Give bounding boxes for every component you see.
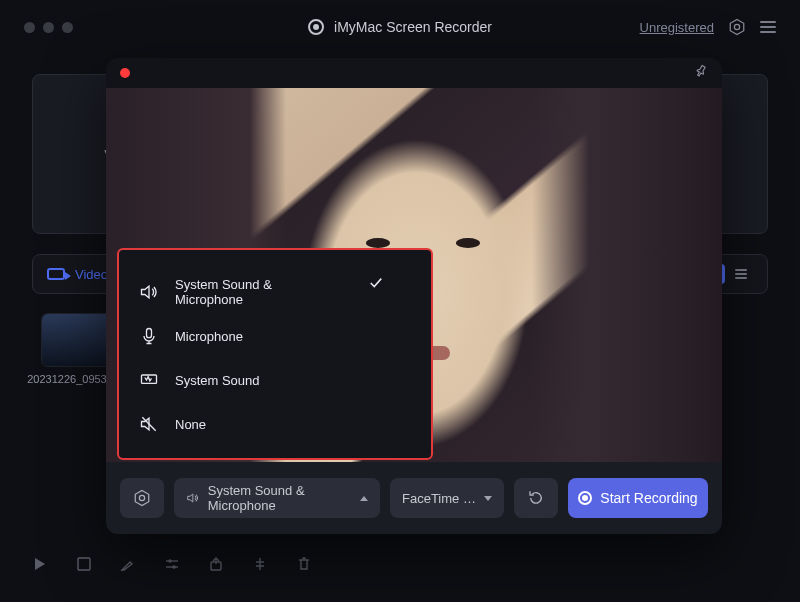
audio-source-menu: System Sound & Microphone Microphone Sys… <box>119 250 431 458</box>
delete-icon[interactable] <box>296 556 312 572</box>
zoom-window-button[interactable] <box>62 22 73 33</box>
library-tab-video[interactable]: Video <box>75 267 108 282</box>
check-icon <box>369 276 383 290</box>
window-controls <box>24 22 73 33</box>
svg-marker-2 <box>35 558 45 570</box>
camera-source-label: FaceTime … <box>402 491 476 506</box>
close-modal-button[interactable] <box>120 68 130 78</box>
modal-titlebar <box>106 58 722 88</box>
recorder-settings-button[interactable] <box>120 478 164 518</box>
bottom-toolbar <box>32 556 312 572</box>
svg-point-7 <box>172 565 176 569</box>
audio-option-microphone[interactable]: Microphone <box>119 314 321 358</box>
svg-marker-0 <box>730 20 744 35</box>
annotate-icon[interactable] <box>120 556 136 572</box>
audio-option-label: None <box>175 417 206 432</box>
audio-option-label: Microphone <box>175 329 243 344</box>
microphone-icon <box>139 326 159 346</box>
svg-rect-11 <box>147 329 152 338</box>
modal-footer: System Sound & Microphone FaceTime … Sta… <box>106 462 722 534</box>
audio-option-label: System Sound & Microphone <box>175 277 301 307</box>
share-icon[interactable] <box>208 556 224 572</box>
record-icon <box>578 491 592 505</box>
svg-marker-9 <box>135 491 149 506</box>
speaker-icon <box>186 490 200 506</box>
speaker-mic-icon <box>139 282 159 302</box>
list-view-button[interactable] <box>729 264 753 284</box>
compress-icon[interactable] <box>252 556 268 572</box>
start-recording-button[interactable]: Start Recording <box>568 478 708 518</box>
pin-icon[interactable] <box>694 64 708 82</box>
svg-point-1 <box>734 24 739 29</box>
start-recording-label: Start Recording <box>600 490 697 506</box>
play-button[interactable] <box>32 556 48 572</box>
audio-source-label: System Sound & Microphone <box>208 483 352 513</box>
svg-point-6 <box>168 559 172 563</box>
app-logo-icon <box>308 19 324 35</box>
close-window-button[interactable] <box>24 22 35 33</box>
camera-source-dropdown[interactable]: FaceTime … <box>390 478 504 518</box>
app-title-text: iMyMac Screen Recorder <box>334 19 492 35</box>
audio-option-system-and-mic[interactable]: System Sound & Microphone <box>119 270 321 314</box>
audio-option-label: System Sound <box>175 373 260 388</box>
titlebar: iMyMac Screen Recorder Unregistered <box>0 0 800 54</box>
menu-icon[interactable] <box>760 21 776 33</box>
audio-menu-selected-column <box>321 250 431 458</box>
audio-source-dropdown[interactable]: System Sound & Microphone <box>174 478 380 518</box>
chevron-up-icon <box>360 496 368 501</box>
system-sound-icon <box>139 370 159 390</box>
audio-option-system-sound[interactable]: System Sound <box>119 358 321 402</box>
svg-point-10 <box>139 495 144 500</box>
chevron-down-icon <box>484 496 492 501</box>
mute-icon <box>139 414 159 434</box>
audio-option-none[interactable]: None <box>119 402 321 446</box>
license-status-link[interactable]: Unregistered <box>640 20 714 35</box>
app-title: iMyMac Screen Recorder <box>308 19 492 35</box>
video-tab-icon <box>47 268 65 280</box>
sliders-icon[interactable] <box>164 556 180 572</box>
reset-button[interactable] <box>514 478 558 518</box>
settings-icon[interactable] <box>728 18 746 36</box>
minimize-window-button[interactable] <box>43 22 54 33</box>
svg-rect-3 <box>78 558 90 570</box>
save-icon[interactable] <box>76 556 92 572</box>
